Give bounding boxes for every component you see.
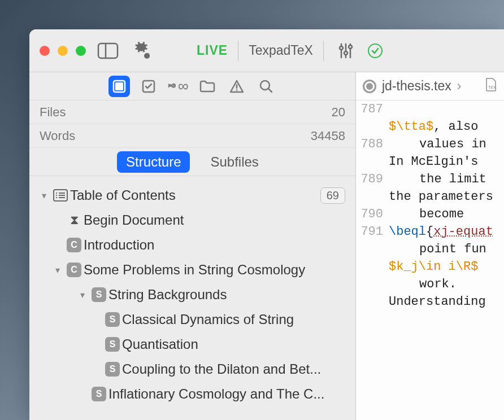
toolbar-separator bbox=[323, 41, 324, 61]
section-icon: S bbox=[103, 362, 122, 377]
sidebar-toolbar: ∞ bbox=[29, 72, 355, 100]
breadcrumb-filename: jd-thesis.tex bbox=[382, 78, 451, 94]
outline-label: Coupling to the Dilaton and Bet... bbox=[122, 361, 321, 377]
sidebar-toggle-button[interactable] bbox=[96, 39, 120, 63]
search-button[interactable] bbox=[255, 76, 277, 97]
outline-label: Begin Document bbox=[84, 212, 184, 228]
outline-toc[interactable]: ▾ Table of Contents 69 bbox=[29, 183, 355, 208]
section-icon: S bbox=[103, 312, 122, 327]
outline-classical[interactable]: S Classical Dynamics of String bbox=[29, 307, 355, 332]
outline-introduction[interactable]: C Introduction bbox=[29, 233, 355, 257]
outline-quantisation[interactable]: S Quantisation bbox=[29, 332, 355, 357]
section-icon: S bbox=[89, 287, 108, 302]
files-count: 20 bbox=[332, 105, 345, 120]
window-controls bbox=[40, 46, 86, 56]
code-content[interactable]: $\tta$, also values inIn McElgin's the l… bbox=[389, 100, 504, 420]
chevron-down-icon[interactable]: ▾ bbox=[51, 265, 64, 275]
chevron-down-icon[interactable]: ▾ bbox=[37, 190, 51, 201]
tab-structure[interactable]: Structure bbox=[117, 151, 190, 173]
sidebar-tabs: Structure Subfiles bbox=[29, 148, 355, 176]
tab-subfiles[interactable]: Subfiles bbox=[201, 151, 267, 173]
svg-rect-0 bbox=[98, 43, 118, 58]
outline-label: Introduction bbox=[84, 237, 154, 253]
warning-view-button[interactable] bbox=[226, 76, 247, 97]
infinity-view-button[interactable]: ∞ bbox=[167, 76, 189, 97]
minimize-window-button[interactable] bbox=[58, 46, 68, 56]
outline-label: Table of Contents bbox=[70, 187, 176, 203]
chevron-down-icon[interactable]: ▾ bbox=[76, 290, 89, 300]
words-label: Words bbox=[40, 129, 75, 143]
outline-backgrounds[interactable]: ▾ S String Backgrounds bbox=[29, 282, 355, 307]
outline-tree: ▾ Table of Contents 69 ⧗ Begin Do bbox=[29, 176, 355, 420]
maximize-window-button[interactable] bbox=[76, 46, 86, 56]
toc-count-badge: 69 bbox=[320, 187, 345, 204]
editor-pane: jd-thesis.tex › TEX 787 788 789 bbox=[356, 72, 504, 420]
engine-label[interactable]: TexpadTeX bbox=[249, 43, 313, 58]
section-icon: S bbox=[103, 337, 122, 352]
chapter-icon: C bbox=[64, 262, 84, 277]
content-area: ∞ bbox=[29, 72, 504, 420]
outline-problems[interactable]: ▾ C Some Problems in String Cosmology bbox=[29, 257, 355, 282]
status-ok-icon[interactable] bbox=[368, 43, 383, 58]
toolbar-separator bbox=[238, 41, 238, 61]
svg-text:TEX: TEX bbox=[488, 85, 496, 89]
svg-point-8 bbox=[349, 45, 352, 49]
live-status-label[interactable]: LIVE bbox=[197, 43, 228, 58]
files-label: Files bbox=[40, 105, 66, 120]
checkbox-view-button[interactable] bbox=[138, 76, 159, 97]
sliders-icon[interactable] bbox=[334, 39, 358, 63]
outline-view-button[interactable] bbox=[108, 76, 130, 97]
svg-point-7 bbox=[344, 51, 347, 55]
section-icon: S bbox=[89, 387, 108, 401]
outline-label: Quantisation bbox=[122, 336, 198, 352]
files-stat-row: Files 20 bbox=[29, 100, 355, 124]
outline-label: Inflationary Cosmology and The C... bbox=[108, 386, 324, 402]
chapter-icon: C bbox=[64, 238, 84, 252]
settings-gear-icon[interactable] bbox=[130, 39, 154, 63]
svg-point-13 bbox=[236, 89, 237, 91]
outline-label: Classical Dynamics of String bbox=[122, 312, 294, 327]
words-count: 34458 bbox=[311, 129, 345, 143]
list-icon bbox=[51, 189, 70, 202]
outline-coupling[interactable]: S Coupling to the Dilaton and Bet... bbox=[29, 357, 355, 382]
outline-begin-document[interactable]: ⧗ Begin Document bbox=[29, 208, 355, 233]
titlebar: LIVE TexpadTeX bbox=[29, 29, 504, 72]
outline-inflationary[interactable]: S Inflationary Cosmology and The C... bbox=[29, 382, 355, 406]
breadcrumb[interactable]: jd-thesis.tex › TEX bbox=[356, 72, 504, 100]
svg-line-15 bbox=[268, 89, 272, 92]
close-window-button[interactable] bbox=[40, 46, 50, 56]
sidebar: ∞ bbox=[29, 72, 356, 420]
folder-view-button[interactable] bbox=[197, 76, 218, 97]
line-gutter: 787 788 789 790 791 bbox=[356, 100, 389, 420]
words-stat-row: Words 34458 bbox=[29, 124, 355, 148]
outline-label: Some Problems in String Cosmology bbox=[84, 262, 305, 278]
hourglass-icon: ⧗ bbox=[64, 213, 84, 228]
svg-point-6 bbox=[340, 46, 343, 50]
app-window: LIVE TexpadTeX bbox=[29, 29, 504, 420]
tex-file-icon: TEX bbox=[485, 77, 497, 95]
code-editor[interactable]: 787 788 789 790 791 $\tta$, also values … bbox=[356, 100, 504, 420]
file-status-icon bbox=[363, 80, 376, 93]
outline-label: String Backgrounds bbox=[108, 287, 227, 303]
chevron-right-icon: › bbox=[457, 78, 462, 94]
svg-rect-10 bbox=[115, 82, 123, 90]
